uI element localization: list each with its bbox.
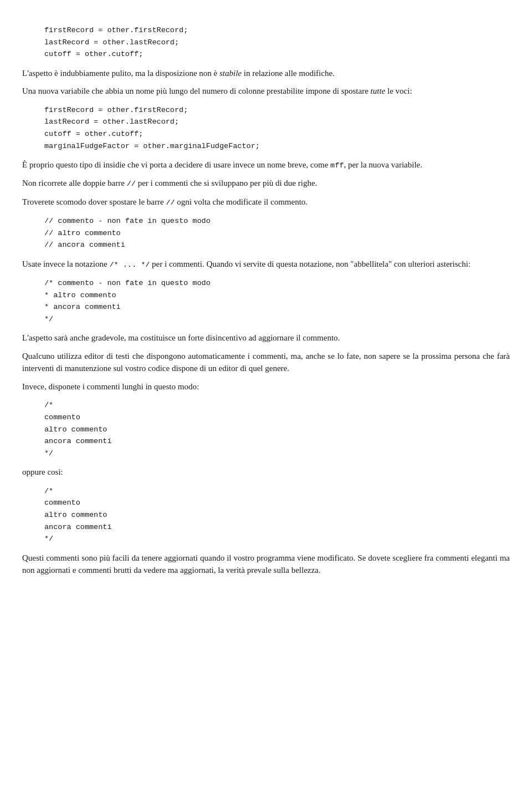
code-line: cutoff = other.cutoff; (44, 128, 510, 140)
code-line: * ancora commenti (44, 301, 510, 313)
paragraph-7: L'aspetto sarà anche gradevole, ma costi… (22, 332, 510, 344)
good-comment-code-block: /* commento - non fate in questo modo * … (44, 277, 510, 325)
intro-code-block-1: firstRecord = other.firstRecord; lastRec… (44, 24, 510, 60)
code-line: /* (44, 485, 510, 497)
code-line: lastRecord = other.lastRecord; (44, 116, 510, 128)
bad-comment-code-block: // commento - non fate in questo modo //… (44, 215, 510, 251)
long-comment-style1-block: /* commento altro commento ancora commen… (44, 399, 510, 459)
code-line: // ancora commenti (44, 239, 510, 251)
italic-tutte: tutte (371, 87, 386, 95)
code-line: marginalFudgeFactor = other.marginalFudg… (44, 140, 510, 153)
intro-code-block-2: firstRecord = other.firstRecord; lastRec… (44, 104, 510, 152)
code-line: */ (44, 533, 510, 545)
paragraph-3: È proprio questo tipo di insidie che vi … (22, 159, 510, 171)
code-line: firstRecord = other.firstRecord; (44, 104, 510, 116)
code-line: lastRecord = other.lastRecord; (44, 37, 510, 49)
inline-code-slashes-2: // (166, 199, 175, 207)
oppure-label: oppure così: (22, 466, 510, 479)
code-line: */ (44, 313, 510, 326)
code-line: commento (44, 411, 510, 424)
paragraph-2: Una nuova variabile che abbia un nome pi… (22, 85, 510, 98)
paragraph-6: Usate invece la notazione /* ... */ per … (22, 258, 510, 271)
italic-stabile: stabile (219, 69, 242, 78)
code-line: altro commento (44, 509, 510, 521)
code-line: cutoff = other.cutoff; (44, 48, 510, 60)
code-line: ancora commenti (44, 521, 510, 533)
code-line: */ (44, 448, 510, 460)
code-line: ancora commenti (44, 435, 510, 448)
code-line: /* (44, 399, 510, 411)
paragraph-4: Non ricorrete alle doppie barre // per i… (22, 177, 510, 190)
code-line: /* commento - non fate in questo modo (44, 277, 510, 289)
code-line: commento (44, 497, 510, 509)
paragraph-9: Invece, disponete i commenti lunghi in q… (22, 380, 510, 393)
inline-code-slashes: // (127, 180, 136, 188)
code-line: firstRecord = other.firstRecord; (44, 24, 510, 37)
main-content: firstRecord = other.firstRecord; lastRec… (22, 24, 510, 577)
code-line: * altro commento (44, 289, 510, 302)
code-line: // commento - non fate in questo modo (44, 215, 510, 227)
paragraph-5: Troverete scomodo dover spostare le barr… (22, 196, 510, 209)
inline-code-block-comment: /* ... */ (109, 261, 150, 269)
code-line: // altro commento (44, 227, 510, 240)
paragraph-1: L'aspetto è indubbiamente pulito, ma la … (22, 67, 510, 80)
paragraph-10: Questi commenti sono più facili da tener… (22, 552, 510, 577)
long-comment-style2-block: /* commento altro commento ancora commen… (44, 485, 510, 545)
paragraph-8: Qualcuno utilizza editor di testi che di… (22, 350, 510, 375)
inline-code-mff: mff (330, 161, 344, 170)
code-line: altro commento (44, 424, 510, 436)
